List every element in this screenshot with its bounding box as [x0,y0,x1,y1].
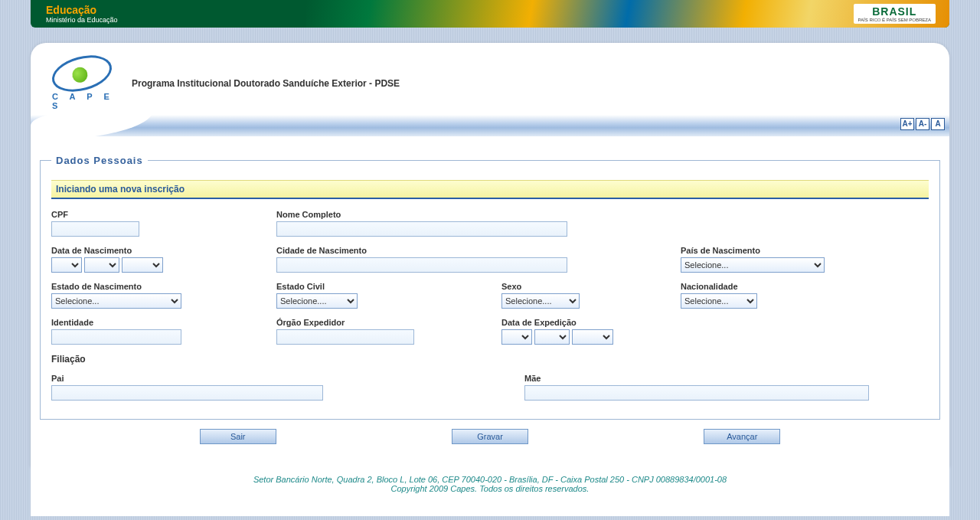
nacionalidade-label: Nacionalidade [681,282,929,291]
font-increase-button[interactable]: A+ [900,118,914,130]
inscricao-banner: Iniciando uma nova inscrição [51,180,929,199]
data-expedicao-label: Data de Expedição [501,318,929,327]
dados-pessoais-fieldset: Dados Pessoais Iniciando uma nova inscri… [40,155,940,420]
capes-logo: C A P E S [47,57,116,110]
gov-topbar: Educação Ministério da Educação BRASIL P… [31,0,949,28]
avancar-button[interactable]: Avançar [704,429,780,444]
font-decrease-button[interactable]: A- [916,118,929,130]
cidade-nascimento-label: Cidade de Nascimento [276,246,678,255]
orgao-expedidor-input[interactable] [276,329,414,345]
sexo-label: Sexo [501,282,678,291]
sexo-select[interactable]: Selecione.... [501,293,580,309]
data-expedicao-month-select[interactable] [534,329,570,345]
capes-logo-icon [48,49,116,97]
data-expedicao-field: Data de Expedição [501,318,929,345]
cpf-input[interactable] [51,221,139,237]
estado-civil-label: Estado Civil [276,282,498,291]
mae-label: Mãe [524,374,929,383]
fieldset-legend: Dados Pessoais [51,155,148,166]
pais-nascimento-field: País de Nascimento Selecione... [681,246,929,273]
nome-completo-input[interactable] [276,221,567,237]
app-header: C A P E S Programa Institucional Doutora… [31,43,949,113]
pai-label: Pai [51,374,498,383]
content-area: Dados Pessoais Iniciando uma nova inscri… [31,136,949,452]
footer-address: Setor Bancário Norte, Quadra 2, Bloco L,… [31,475,949,484]
cidade-nascimento-input[interactable] [276,257,567,273]
brasil-logo-slogan: PAÍS RICO É PAÍS SEM POBREZA [858,18,931,22]
nome-completo-label: Nome Completo [276,210,678,219]
data-nascimento-label: Data de Nascimento [51,246,273,255]
gravar-button[interactable]: Gravar [452,429,528,444]
header-divider-band: A+ A- A [31,115,949,136]
filiacao-heading: Filiação [51,354,929,365]
estado-civil-select[interactable]: Selecione.... [276,293,358,309]
nacionalidade-field: Nacionalidade Selecione... [681,282,929,309]
cpf-field: CPF [51,210,273,237]
estado-civil-field: Estado Civil Selecione.... [276,282,498,309]
font-size-controls: A+ A- A [900,118,945,130]
estado-nascimento-select[interactable]: Selecione... [51,293,181,309]
data-expedicao-year-select[interactable] [572,329,613,345]
sair-button[interactable]: Sair [200,429,276,444]
capes-logo-text: C A P E S [52,92,116,110]
data-nascimento-field: Data de Nascimento [51,246,273,273]
ministerio-subtitle: Ministério da Educação [46,16,118,24]
pai-field: Pai [51,374,498,401]
pai-input[interactable] [51,385,323,401]
orgao-expedidor-label: Órgão Expedidor [276,318,498,327]
footer-copyright: Copyright 2009 Capes. Todos os direitos … [31,484,949,493]
brasil-logo-text: BRASIL [872,5,916,18]
orgao-expedidor-field: Órgão Expedidor [276,318,498,345]
pais-nascimento-label: País de Nascimento [681,246,929,255]
identidade-label: Identidade [51,318,273,327]
educacao-block: Educação Ministério da Educação [31,1,133,27]
page-card: C A P E S Programa Institucional Doutora… [31,43,949,467]
data-nascimento-month-select[interactable] [84,257,119,273]
identidade-field: Identidade [51,318,273,345]
mae-input[interactable] [524,385,869,401]
data-nascimento-day-select[interactable] [51,257,82,273]
cpf-label: CPF [51,210,273,219]
footer: Setor Bancário Norte, Quadra 2, Bloco L,… [31,464,949,516]
pais-nascimento-select[interactable]: Selecione... [681,257,825,273]
identidade-input[interactable] [51,329,181,345]
app-title: Programa Institucional Doutorado Sanduíc… [132,78,400,89]
estado-nascimento-field: Estado de Nascimento Selecione... [51,282,273,309]
data-expedicao-day-select[interactable] [501,329,532,345]
font-reset-button[interactable]: A [931,118,945,130]
data-nascimento-year-select[interactable] [122,257,163,273]
action-buttons-row: Sair Gravar Avançar [40,429,940,444]
nacionalidade-select[interactable]: Selecione... [681,293,757,309]
educacao-title: Educação [46,4,118,16]
estado-nascimento-label: Estado de Nascimento [51,282,273,291]
brasil-logo: BRASIL PAÍS RICO É PAÍS SEM POBREZA [854,4,936,24]
nome-completo-field: Nome Completo [276,210,678,237]
cidade-nascimento-field: Cidade de Nascimento [276,246,678,273]
sexo-field: Sexo Selecione.... [501,282,678,309]
mae-field: Mãe [501,374,929,401]
